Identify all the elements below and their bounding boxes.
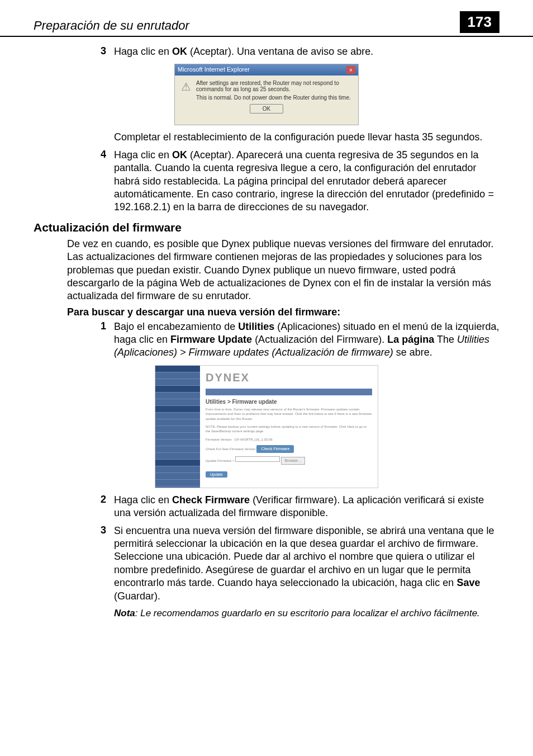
t4: The (434, 334, 457, 345)
text-suffix: (Guardar). (114, 590, 160, 602)
update-label: Update Firmware > (206, 459, 234, 462)
dynex-logo: DYNEX (206, 371, 372, 384)
dialog-line1: After settings are restored, the Router … (196, 80, 354, 92)
update-button: Update (206, 471, 227, 478)
fw-step-2: 2 Haga clic en Check Firmware (Verificar… (101, 494, 499, 520)
screenshot-desc1: From time to time, Dynex may release new… (206, 407, 372, 421)
bold-utilities: Utilities (238, 321, 274, 332)
note-label: Nota (114, 608, 135, 618)
close-icon: × (346, 66, 355, 74)
t5: se abre. (393, 347, 432, 358)
text-prefix: Haga clic en (114, 46, 172, 57)
text-prefix: Haga clic en (114, 149, 172, 160)
note: Nota: Le recomendamos guardarlo en su es… (114, 607, 499, 620)
firmware-paragraph: De vez en cuando, es posible que Dynex p… (67, 238, 499, 303)
fw-step-1: 1 Bajo el encabezamiento de Utilities (A… (101, 320, 499, 360)
step-text: Haga clic en OK (Aceptar). Aparecerá una… (114, 149, 499, 214)
header-title: Preparación de su enrutador (34, 18, 189, 33)
check-firmware-button: Check Firmware (256, 445, 294, 453)
dialog-body: After settings are restored, the Router … (175, 75, 358, 125)
firmware-screenshot: DYNEX Utilities > Firmware update From t… (155, 365, 378, 488)
step-text: Haga clic en Check Firmware (Verificar f… (114, 494, 499, 520)
firmware-subheading: Para buscar y descargar una nueva versió… (67, 306, 499, 318)
step-number: 4 (101, 149, 114, 214)
t3: (Actualización del Firmware). (252, 334, 387, 345)
after-dialog-text: Completar el restablecimiento de la conf… (114, 131, 499, 144)
dialog-screenshot: Microsoft Internet Explorer × After sett… (174, 64, 359, 125)
step-text: Si encuentra una nueva versión del firmw… (114, 525, 499, 603)
step-3: 3 Haga clic en OK (Aceptar). Una ventana… (101, 45, 499, 58)
screenshot-desc2: NOTE: Please backup your current setting… (206, 424, 372, 434)
step-number: 2 (101, 494, 114, 520)
update-row: Update Firmware > Browse... (206, 456, 372, 465)
bold-la-pagina: La página (387, 334, 434, 345)
bold-ok: OK (172, 149, 187, 160)
text-main: Si encuentra una nueva versión del firmw… (114, 525, 494, 589)
screenshot-main: DYNEX Utilities > Firmware update From t… (200, 366, 378, 488)
page-header: Preparación de su enrutador 173 (0, 0, 533, 37)
note-text: : Le recomendamos guardarlo en su escrit… (135, 608, 480, 618)
t1: Bajo el encabezamiento de (114, 321, 238, 332)
check-row: Check For New Firmware Version Check Fir… (206, 445, 372, 453)
text-suffix: (Aceptar). Una ventana de aviso se abre. (187, 46, 373, 57)
fv-value: DX-WGRTR_US_1.03.06 (235, 438, 273, 441)
bold-check-firmware: Check Firmware (172, 494, 250, 505)
check-label: Check For New Firmware Version (206, 447, 256, 451)
dialog-line2: This is normal. Do not power down the Ro… (196, 94, 354, 101)
bold-ok: OK (172, 46, 187, 57)
step-text: Haga clic en OK (Aceptar). Una ventana d… (114, 45, 499, 58)
bold-firmware-update: Firmware Update (170, 334, 252, 345)
browse-button: Browse... (281, 457, 305, 465)
fw-step-3: 3 Si encuentra una nueva versión del fir… (101, 525, 499, 603)
screenshot-sidebar (155, 366, 200, 488)
dialog-title: Microsoft Internet Explorer (178, 66, 250, 74)
ok-button: OK (250, 104, 283, 114)
step-number: 1 (101, 320, 114, 360)
fw-version-row: Firmware Version DX-WGRTR_US_1.03.06 (206, 437, 372, 442)
screenshot-title: Utilities > Firmware update (206, 399, 372, 405)
page-content: 3 Haga clic en OK (Aceptar). Una ventana… (0, 37, 533, 631)
step-number: 3 (101, 525, 114, 603)
step-text: Bajo el encabezamiento de Utilities (Apl… (114, 320, 499, 360)
text-prefix: Haga clic en (114, 494, 172, 505)
step-4: 4 Haga clic en OK (Aceptar). Aparecerá u… (101, 149, 499, 214)
bold-save: Save (456, 577, 480, 588)
warning-icon (179, 80, 193, 93)
fv-label: Firmware Version (206, 438, 232, 441)
dialog-titlebar: Microsoft Internet Explorer × (175, 64, 358, 75)
firmware-heading: Actualización del firmware (34, 221, 499, 234)
step-number: 3 (101, 45, 114, 58)
page-number: 173 (460, 11, 499, 33)
blue-bar (206, 389, 372, 395)
